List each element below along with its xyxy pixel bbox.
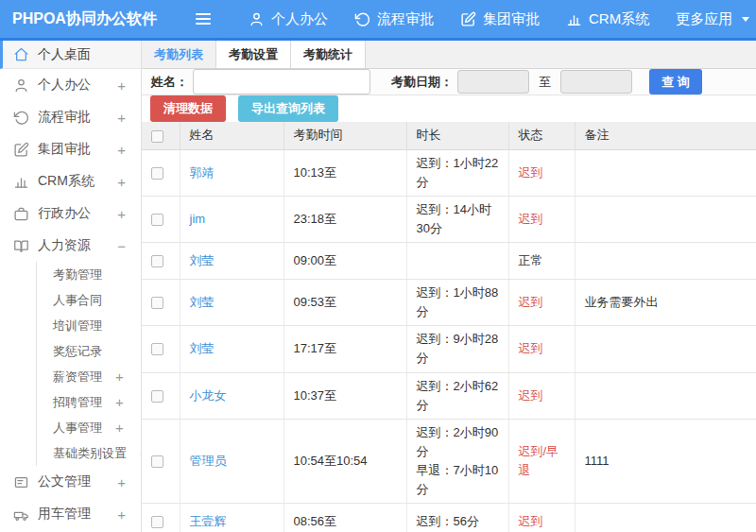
sidebar-item[interactable]: 用车管理 + (0, 498, 141, 530)
sidebar-subitem[interactable]: 基础类别设置 + (37, 440, 141, 466)
duration-cell: 迟到：1小时22分 (406, 149, 508, 196)
sidebar-subitem[interactable]: 人事合同 (37, 287, 141, 313)
row-checkbox[interactable] (151, 214, 163, 226)
status-badge: 迟到 (519, 341, 543, 355)
employee-name-link[interactable]: jim (190, 212, 206, 226)
expand-toggle-icon[interactable]: + (117, 110, 126, 126)
note-cell (575, 196, 756, 242)
row-checkbox[interactable] (151, 255, 163, 267)
nav-item[interactable]: 更多应用 (676, 10, 749, 28)
expand-toggle-icon[interactable]: + (117, 474, 126, 490)
expand-toggle-icon[interactable]: + (117, 77, 126, 94)
status-badge: 迟到 (519, 165, 543, 180)
row-checkbox[interactable] (151, 167, 163, 180)
date-to-input[interactable] (560, 70, 632, 94)
nav-item[interactable]: 流程审批 (354, 10, 434, 28)
row-checkbox[interactable] (151, 390, 163, 403)
expand-toggle-icon[interactable]: + (117, 206, 126, 222)
sidebar-subitem[interactable]: 培训管理 (37, 313, 141, 338)
query-button[interactable]: 查 询 (649, 69, 702, 94)
duration-line1: 迟到：2小时62分 (417, 377, 505, 415)
edit-square-icon (13, 142, 29, 158)
document-icon (13, 474, 29, 490)
clear-data-button[interactable]: 清理数据 (150, 95, 226, 122)
header-duration: 时长 (406, 122, 508, 149)
expand-toggle-icon[interactable]: + (117, 142, 126, 158)
employee-name-link[interactable]: 管理员 (190, 454, 227, 468)
employee-name-link[interactable]: 小龙女 (190, 388, 227, 403)
employee-name-link[interactable]: 刘莹 (190, 253, 215, 267)
hamburger-menu-icon[interactable] (196, 13, 211, 25)
note-cell (575, 372, 756, 419)
time-cell: 10:37至 (284, 372, 406, 419)
sidebar-item[interactable]: CRM系统 + (0, 165, 141, 197)
employee-name-link[interactable]: 刘莹 (190, 295, 215, 309)
row-checkbox[interactable] (151, 455, 163, 468)
sidebar-subitem[interactable]: 人事管理 + (37, 415, 141, 440)
sidebar-item-label: 公文管理 (38, 473, 117, 490)
tab-bar: 考勤列表 考勤设置 考勤统计 (142, 41, 756, 69)
row-checkbox[interactable] (151, 297, 163, 309)
status-badge: 迟到/早退 (519, 444, 559, 477)
note-cell (575, 149, 756, 196)
employee-name-link[interactable]: 王壹辉 (190, 514, 227, 528)
expand-toggle-icon[interactable]: + (115, 369, 124, 385)
expand-toggle-icon[interactable]: + (115, 420, 124, 436)
sidebar-subitem[interactable]: 考勤管理 (37, 262, 141, 287)
tab[interactable]: 考勤列表 (142, 41, 216, 68)
expand-toggle-icon[interactable]: + (115, 394, 124, 410)
bar-chart-icon (566, 11, 582, 27)
nav-item[interactable]: 个人办公 (249, 10, 328, 28)
sidebar-item[interactable]: 流程审批 + (0, 101, 141, 133)
note-cell (575, 504, 756, 532)
expand-toggle-icon[interactable]: − (117, 238, 126, 254)
rotate-arrow-icon (354, 11, 370, 27)
duration-line2: 早退：7小时10分 (417, 461, 505, 499)
row-checkbox[interactable] (151, 343, 163, 355)
tab-label: 考勤列表 (154, 47, 203, 61)
export-list-button[interactable]: 导出查询列表 (238, 95, 338, 122)
note-cell: 1111 (575, 419, 756, 504)
sidebar-item-label: 个人桌面 (38, 46, 126, 63)
sidebar-subitem[interactable]: 薪资管理 + (37, 364, 141, 389)
top-nav-menu: 个人办公 流程审批 集团审批 CRM系统 (222, 10, 749, 28)
duration-cell: 迟到：2小时62分 (406, 372, 508, 419)
main-content: 考勤列表 考勤设置 考勤统计 姓名： 考勤日期： 至 查 询 清理数据 导出查询 (142, 41, 756, 532)
top-navbar: PHPOA协同办公软件 个人办公 流程审批 集团审批 (0, 0, 756, 38)
table-row: 小龙女 10:37至 迟到：2小时62分 迟到 (142, 372, 756, 419)
sidebar-item[interactable]: 个人办公 + (0, 69, 141, 101)
table-row: 刘莹 17:17至 迟到：9小时28分 迟到 (142, 326, 756, 372)
sidebar-item[interactable]: 公文管理 + (0, 466, 141, 498)
name-label: 姓名： (151, 74, 188, 91)
name-input[interactable] (193, 69, 370, 94)
caret-down-icon (742, 17, 749, 22)
tab-label: 考勤设置 (229, 47, 278, 61)
sidebar-item[interactable]: 人力资源 − (0, 230, 141, 262)
employee-name-link[interactable]: 郭靖 (190, 165, 215, 180)
to-label: 至 (539, 74, 551, 91)
select-all-checkbox[interactable] (151, 130, 163, 143)
sidebar-item[interactable]: 行政办公 + (0, 197, 141, 230)
row-checkbox[interactable] (151, 516, 163, 528)
employee-name-link[interactable]: 刘莹 (190, 341, 215, 355)
duration-cell: 迟到：9小时28分 (406, 326, 508, 372)
tab[interactable]: 考勤统计 (291, 41, 366, 68)
time-cell: 08:56至 (284, 504, 406, 532)
nav-item[interactable]: CRM系统 (566, 10, 649, 28)
note-cell (575, 326, 756, 372)
sidebar-item[interactable]: 个人桌面 (0, 41, 141, 69)
expand-toggle-icon[interactable]: + (117, 174, 126, 190)
app-title: PHPOA协同办公软件 (0, 9, 173, 29)
expand-toggle-icon[interactable]: + (117, 506, 126, 523)
date-from-input[interactable] (457, 70, 529, 94)
status-badge: 迟到 (519, 212, 543, 226)
time-cell: 17:17至 (284, 326, 406, 372)
nav-item[interactable]: 集团审批 (460, 10, 540, 28)
rotate-arrow-icon (13, 110, 29, 126)
sidebar-subitem[interactable]: 奖惩记录 (37, 338, 141, 364)
tab[interactable]: 考勤设置 (216, 41, 291, 68)
sidebar-subitem[interactable]: 招聘管理 + (37, 389, 141, 415)
sidebar-subitem-label: 薪资管理 (53, 369, 102, 386)
sidebar-subitem-label: 奖惩记录 (53, 343, 102, 360)
sidebar-item[interactable]: 集团审批 + (0, 133, 141, 165)
